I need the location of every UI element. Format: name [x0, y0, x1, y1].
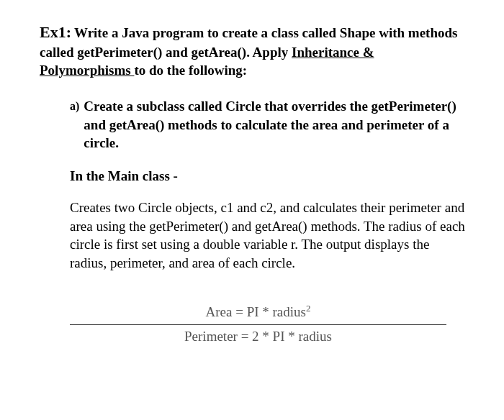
exercise-title: Ex1: Write a Java program to create a cl…: [40, 22, 468, 80]
title-tail: to do the following:: [134, 63, 247, 78]
area-formula-text: Area = PI * radius: [206, 305, 306, 320]
item-marker: a): [70, 97, 79, 114]
item-a-section: a) Create a subclass called Circle that …: [40, 97, 468, 152]
perimeter-formula: Perimeter = 2 * PI * radius: [70, 327, 446, 347]
exercise-label: Ex1:: [40, 23, 71, 41]
main-class-description: Creates two Circle objects, c1 and c2, a…: [40, 198, 468, 273]
title-main: Write a Java program to create a class c…: [40, 25, 457, 60]
area-formula: Area = PI * radius2: [70, 301, 446, 322]
list-item: a) Create a subclass called Circle that …: [70, 97, 468, 152]
main-class-heading: In the Main class -: [40, 168, 468, 184]
formula-block: Area = PI * radius2 Perimeter = 2 * PI *…: [40, 301, 468, 346]
formula-divider: [70, 324, 446, 325]
area-exponent: 2: [306, 303, 311, 314]
item-text: Create a subclass called Circle that ove…: [84, 97, 468, 152]
